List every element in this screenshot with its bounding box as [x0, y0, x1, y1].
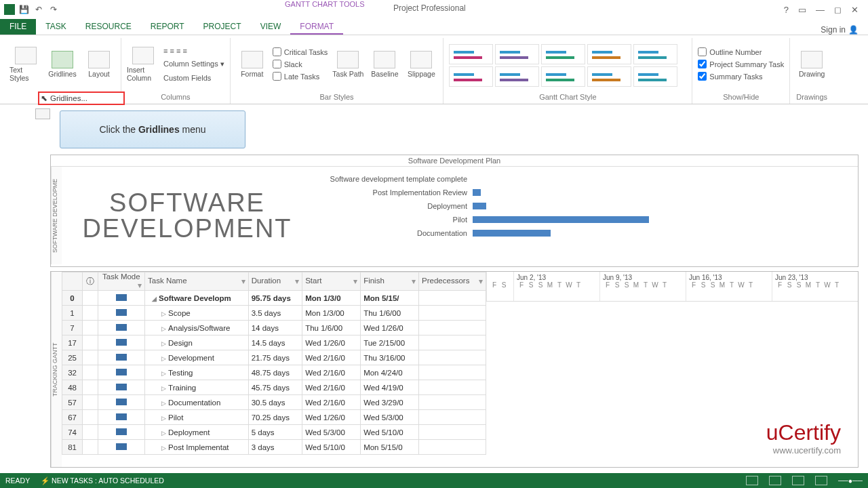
status-newtasks[interactable]: ⚡ NEW TASKS : AUTO SCHEDULED: [41, 476, 164, 485]
ribbon-minimize-icon[interactable]: ▭: [798, 5, 806, 15]
gridlines-menu-item[interactable]: ⬉ Gridlines...: [38, 92, 125, 105]
baseline-button[interactable]: Baseline: [368, 51, 401, 78]
custom-fields-button[interactable]: Custom Fields: [163, 72, 224, 84]
report-panel: Software Development Plan SOFTWARE DEVEL…: [50, 155, 859, 267]
minimize-icon[interactable]: —: [816, 5, 825, 15]
undo-icon[interactable]: ↶: [33, 3, 45, 16]
view-shortcut-1[interactable]: [746, 476, 758, 485]
tab-format[interactable]: FORMAT: [290, 19, 343, 35]
insert-column-button[interactable]: Insert Column: [127, 47, 159, 82]
align-buttons[interactable]: ≡ ≡ ≡ ≡: [163, 45, 224, 57]
table-row[interactable]: 7▷Analysis/Software14 daysThu 1/6/00Wed …: [62, 321, 486, 336]
format-button[interactable]: Format: [236, 51, 269, 78]
column-settings-button[interactable]: Column Settings ▾: [163, 58, 224, 70]
summary-tasks-checkbox[interactable]: Summary Tasks: [698, 70, 784, 83]
col-duration[interactable]: Duration▾: [248, 272, 302, 291]
report-bars: Software development template completePo…: [313, 167, 858, 264]
table-row[interactable]: 0◢Software Developm95.75 daysMon 1/3/0Mo…: [62, 291, 486, 306]
watermark: uCertify www.ucertify.com: [766, 420, 841, 455]
report-bar-row: Documentation: [317, 226, 854, 240]
slippage-button[interactable]: Slippage: [405, 51, 437, 78]
tab-task[interactable]: TASK: [36, 19, 75, 35]
table-row[interactable]: 67▷Pilot70.25 daysWed 1/26/0Wed 5/3/00: [62, 410, 486, 425]
view-shortcut-4[interactable]: [815, 476, 827, 485]
layout-button[interactable]: Layout: [83, 51, 115, 78]
ribbon-tabs: FILE TASK RESOURCE REPORT PROJECT VIEW F…: [0, 19, 868, 35]
user-icon: 👤: [848, 25, 859, 35]
critical-tasks-checkbox[interactable]: Critical Tasks: [273, 46, 328, 58]
col-info[interactable]: ⓘ: [83, 272, 98, 291]
window-controls: ? ▭ — ◻ ✕: [784, 5, 868, 15]
instruction-tooltip: Click the Gridlines menu: [60, 110, 245, 148]
group-showhide-label: Show/Hide: [698, 90, 784, 104]
gridlines-button[interactable]: Gridlines: [46, 51, 79, 78]
table-row[interactable]: 48▷Training45.75 daysWed 2/16/0Wed 4/19/…: [62, 380, 486, 395]
report-bar-row: Deployment: [317, 199, 854, 213]
gantt-split: TRACKING GANTT ⓘ Task Mode▾ Task Name▾ D…: [50, 271, 859, 468]
tab-resource[interactable]: RESOURCE: [76, 19, 141, 35]
quick-access-toolbar: 💾 ↶ ↷: [0, 3, 60, 16]
gantt-style-gallery[interactable]: [449, 41, 686, 87]
text-styles-button[interactable]: Text Styles: [9, 47, 42, 82]
table-row[interactable]: 25▷Development21.75 daysWed 2/16/0Thu 3/…: [62, 350, 486, 365]
outline-number-checkbox[interactable]: Outline Number: [698, 46, 784, 58]
table-row[interactable]: 1▷Scope3.5 daysMon 1/3/00Thu 1/6/00: [62, 306, 486, 321]
cursor-icon: ⬉: [41, 94, 47, 103]
tab-view[interactable]: VIEW: [251, 19, 291, 35]
task-table[interactable]: ⓘ Task Mode▾ Task Name▾ Duration▾ Start▾…: [62, 272, 486, 467]
view-shortcut-3[interactable]: [792, 476, 804, 485]
report-bar-row: Software development template complete: [317, 172, 854, 186]
drawing-button[interactable]: Drawing: [795, 51, 828, 78]
report-bar-row: Pilot: [317, 213, 854, 226]
progress-lines-menu-item[interactable]: [35, 108, 50, 119]
table-row[interactable]: 74▷Deployment5 daysWed 5/3/00Wed 5/10/0: [62, 425, 486, 440]
status-ready: READY: [5, 476, 30, 485]
col-mode[interactable]: Task Mode▾: [98, 272, 144, 291]
redo-icon[interactable]: ↷: [47, 3, 60, 16]
project-summary-checkbox[interactable]: Project Summary Task: [698, 58, 784, 70]
tab-report[interactable]: REPORT: [141, 19, 194, 35]
report-side-label: SOFTWARE DEVELOPME: [51, 167, 62, 264]
table-row[interactable]: 32▷Testing48.75 daysWed 2/16/0Mon 4/24/0: [62, 365, 486, 380]
context-tab-label: GANTT CHART TOOLS: [285, 0, 365, 8]
late-tasks-checkbox[interactable]: Late Tasks: [273, 70, 328, 83]
group-drawings-label: Drawings: [795, 90, 828, 104]
report-bar-row: Post Implementation Review: [317, 186, 854, 199]
tab-file[interactable]: FILE: [0, 19, 36, 35]
table-row[interactable]: 81▷Post Implementat3 daysWed 5/10/0Mon 5…: [62, 440, 486, 455]
group-barstyles-label: Bar Styles: [236, 90, 438, 104]
help-icon[interactable]: ?: [784, 5, 789, 15]
status-bar: READY ⚡ NEW TASKS : AUTO SCHEDULED ──●──: [0, 473, 868, 488]
view-shortcut-2[interactable]: [769, 476, 781, 485]
app-icon: [4, 4, 15, 15]
zoom-slider[interactable]: ──●──: [838, 476, 863, 485]
table-row[interactable]: 17▷Design14.5 daysWed 1/26/0Tue 2/15/00: [62, 336, 486, 350]
report-heading: SOFTWAREDEVELOPMENT: [82, 190, 292, 241]
view-side-label: TRACKING GANTT: [51, 272, 62, 467]
task-path-button[interactable]: Task Path: [332, 51, 364, 78]
close-icon[interactable]: ✕: [851, 5, 859, 15]
maximize-icon[interactable]: ◻: [834, 5, 842, 15]
signin-link[interactable]: Sign in👤: [821, 25, 868, 35]
tab-project[interactable]: PROJECT: [194, 19, 251, 35]
group-ganttstyle-label: Gantt Chart Style: [449, 90, 686, 104]
col-taskname[interactable]: Task Name▾: [145, 272, 249, 291]
group-columns-label: Columns: [127, 90, 224, 104]
gantt-timescale: FSJun 2, '13FSSMTWTJun 9, '13FSSMTWTJun …: [486, 272, 858, 302]
col-predecessors[interactable]: Predecessors▾: [419, 272, 486, 291]
report-title: Software Development Plan: [51, 155, 858, 167]
ribbon: Text Styles Gridlines Layout Format Inse…: [0, 35, 868, 104]
col-finish[interactable]: Finish▾: [361, 272, 419, 291]
save-icon[interactable]: 💾: [18, 3, 30, 16]
title-bar: 💾 ↶ ↷ GANTT CHART TOOLS Project Professi…: [0, 0, 868, 19]
table-row[interactable]: 57▷Documentation30.5 daysWed 2/16/0Wed 3…: [62, 395, 486, 410]
col-start[interactable]: Start▾: [302, 272, 361, 291]
slack-checkbox[interactable]: Slack: [273, 58, 328, 70]
app-title: Project Professional: [393, 3, 466, 13]
